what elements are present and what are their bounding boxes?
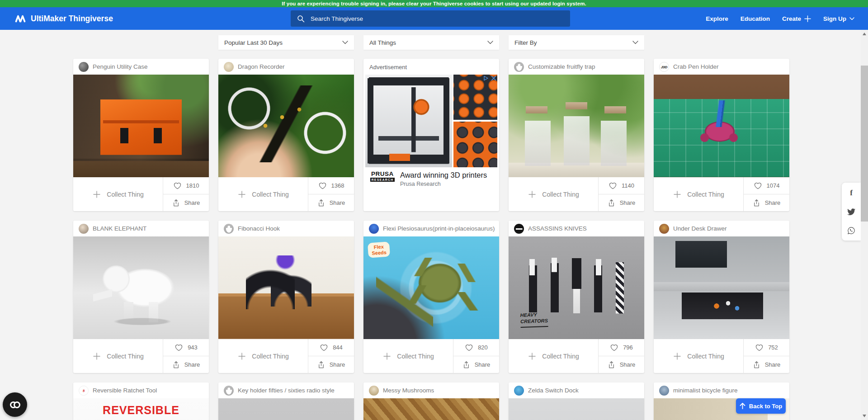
whatsapp-icon[interactable] <box>847 227 855 235</box>
nav-explore[interactable]: Explore <box>706 15 728 22</box>
nav-create[interactable]: Create <box>782 15 811 22</box>
thing-image[interactable] <box>654 236 789 339</box>
like-button[interactable]: 943 <box>163 339 209 356</box>
thing-title[interactable]: ASSASSINS KNIVES <box>528 225 587 232</box>
share-button[interactable]: Share <box>599 194 644 211</box>
ad-image-bottom[interactable] <box>453 122 497 167</box>
thing-image[interactable]: REVERSIBLE <box>73 398 209 420</box>
creator-avatar[interactable] <box>224 224 234 234</box>
collect-thing-button[interactable]: Collect Thing <box>218 339 308 373</box>
advertiser-logo-subtext: RESEARCH <box>370 178 395 182</box>
creator-avatar[interactable]: J3D <box>659 62 669 72</box>
creator-avatar[interactable] <box>224 62 234 72</box>
creator-avatar[interactable] <box>514 386 524 396</box>
collect-thing-button[interactable]: Collect Thing <box>73 177 163 211</box>
thing-title[interactable]: Penguin Utility Case <box>93 63 148 70</box>
ad-creative[interactable] <box>365 75 497 167</box>
thing-image[interactable] <box>218 236 354 339</box>
collect-thing-button[interactable]: Collect Thing <box>509 339 599 373</box>
thing-title[interactable]: Under Desk Drawer <box>673 225 727 232</box>
share-label: Share <box>475 361 491 368</box>
consent-widget-button[interactable] <box>3 392 27 417</box>
like-button[interactable]: 1810 <box>163 177 209 194</box>
share-button[interactable]: Share <box>599 356 644 373</box>
thing-image[interactable] <box>73 236 209 339</box>
share-button[interactable]: Share <box>453 356 499 373</box>
creator-avatar[interactable] <box>79 62 89 72</box>
ad-headline[interactable]: Award winning 3D printers <box>400 171 487 179</box>
creator-avatar[interactable] <box>224 386 234 396</box>
collect-thing-button[interactable]: Collect Thing <box>654 177 744 211</box>
thing-image[interactable] <box>654 75 789 177</box>
share-button[interactable]: Share <box>163 356 209 373</box>
creator-avatar[interactable] <box>369 386 379 396</box>
heart-icon <box>175 344 183 351</box>
brand-logo[interactable]: UltiMaker Thingiverse <box>14 7 113 30</box>
collect-thing-button[interactable]: Collect Thing <box>363 339 453 373</box>
thing-title[interactable]: Crab Pen Holder <box>673 63 719 70</box>
thing-card-footer: Collect Thing 752 Share <box>654 339 789 373</box>
filter-by-dropdown[interactable]: Filter By <box>509 35 644 50</box>
thing-title[interactable]: BLANK ELEPHANT <box>93 225 146 232</box>
thing-image[interactable] <box>509 75 644 177</box>
nav-sign-up[interactable]: Sign Up <box>823 15 854 22</box>
like-button[interactable]: 796 <box>599 339 644 356</box>
share-button[interactable]: Share <box>744 194 789 211</box>
creator-avatar[interactable] <box>79 224 89 234</box>
ad-image-main[interactable] <box>365 75 452 167</box>
share-button[interactable]: Share <box>744 356 789 373</box>
collect-thing-button[interactable]: Collect Thing <box>218 177 308 211</box>
thing-title[interactable]: Messy Mushrooms <box>383 387 434 394</box>
thing-image[interactable] <box>509 398 644 420</box>
share-button[interactable]: Share <box>308 356 354 373</box>
share-label: Share <box>765 199 781 206</box>
share-label: Share <box>184 361 200 368</box>
creator-avatar[interactable] <box>514 62 524 72</box>
category-dropdown[interactable]: All Things <box>363 35 499 50</box>
like-button[interactable]: 752 <box>744 339 789 356</box>
thing-title[interactable]: Dragon Recorder <box>238 63 285 70</box>
thing-title[interactable]: Reversible Ratchet Tool <box>93 387 157 394</box>
creator-avatar[interactable] <box>369 224 379 234</box>
thing-image[interactable]: Flex Seeds <box>363 236 499 339</box>
back-to-top-button[interactable]: Back to Top <box>736 398 786 414</box>
scroll-up-arrow[interactable] <box>863 33 866 35</box>
like-button[interactable]: 1074 <box>744 177 789 194</box>
twitter-icon[interactable] <box>847 208 855 216</box>
like-button[interactable]: 1368 <box>308 177 354 194</box>
creator-avatar[interactable] <box>659 224 669 234</box>
thing-title[interactable]: Zelda Switch Dock <box>528 387 579 394</box>
thing-image[interactable]: HEAVY CREATORS <box>509 236 644 339</box>
creator-avatar[interactable] <box>659 386 669 396</box>
scrollbar-thumb[interactable] <box>861 66 868 222</box>
thing-title[interactable]: Fibonacci Hook <box>238 225 280 232</box>
scroll-down-arrow[interactable] <box>863 415 866 417</box>
scrollbar[interactable] <box>861 30 868 420</box>
share-button[interactable]: Share <box>163 194 209 211</box>
thing-image[interactable] <box>73 75 209 177</box>
search-input[interactable] <box>310 15 564 23</box>
like-button[interactable]: 820 <box>453 339 499 356</box>
thing-image[interactable] <box>218 398 354 420</box>
thing-image[interactable] <box>363 398 499 420</box>
thing-title[interactable]: minimalist bicycle figure <box>673 387 738 394</box>
ad-close-icon[interactable] <box>491 76 496 81</box>
like-button[interactable]: 1140 <box>599 177 644 194</box>
thing-title[interactable]: Customizable fruitfly trap <box>528 63 595 70</box>
collect-thing-button[interactable]: Collect Thing <box>73 339 163 373</box>
adchoices-icon[interactable] <box>483 76 490 81</box>
thing-image[interactable] <box>218 75 354 177</box>
like-button[interactable]: 844 <box>308 339 354 356</box>
ad-image-top[interactable] <box>453 75 497 120</box>
sort-dropdown[interactable]: Popular Last 30 Days <box>218 35 354 50</box>
collect-thing-button[interactable]: Collect Thing <box>509 177 599 211</box>
nav-education[interactable]: Education <box>741 15 770 22</box>
creator-avatar[interactable] <box>514 224 524 234</box>
thing-title[interactable]: Key holder fifties / sixties radio style <box>238 387 335 394</box>
collect-thing-button[interactable]: Collect Thing <box>654 339 744 373</box>
creator-avatar[interactable]: 5 <box>79 386 89 396</box>
facebook-icon[interactable]: f <box>847 189 855 197</box>
share-button[interactable]: Share <box>308 194 354 211</box>
thing-title[interactable]: Flexi Plesiosaurus(print-in-placeiosauru… <box>383 225 495 232</box>
advertiser-logo[interactable]: PRUSA RESEARCH <box>369 171 396 182</box>
